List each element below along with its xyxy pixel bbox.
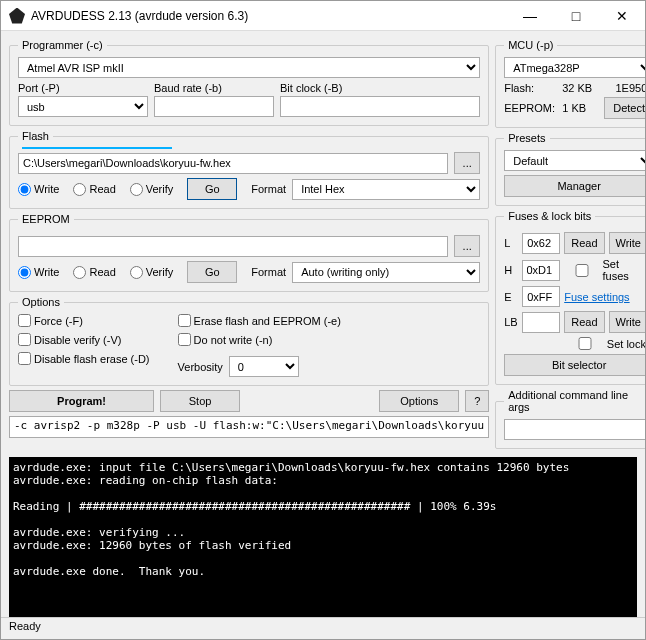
mcu-signature: 1E950F (604, 82, 646, 94)
eeprom-go-button[interactable]: Go (187, 261, 237, 283)
maximize-button[interactable]: □ (553, 1, 599, 31)
fuses-group: Fuses & lock bits L Read Write H Set fus… (495, 210, 646, 385)
bit-selector-button[interactable]: Bit selector (504, 354, 646, 376)
eeprom-verify-radio[interactable]: Verify (130, 266, 174, 279)
fuse-l-label: L (504, 237, 518, 249)
erase-checkbox[interactable]: Erase flash and EEPROM (-e) (178, 314, 341, 327)
eeprom-write-radio[interactable]: Write (18, 266, 59, 279)
addl-args-group: Additional command line args (495, 389, 646, 449)
close-button[interactable]: ✕ (599, 1, 645, 31)
set-fuses-checkbox[interactable]: Set fuses (564, 258, 647, 282)
flash-read-radio[interactable]: Read (73, 183, 115, 196)
minimize-button[interactable]: ― (507, 1, 553, 31)
flash-format-select[interactable]: Intel Hex (292, 179, 480, 200)
verbosity-label: Verbosity (178, 361, 223, 373)
status-bar: Ready (1, 617, 645, 639)
fuse-e-input[interactable] (522, 286, 560, 307)
fuse-e-label: E (504, 291, 518, 303)
fuse-lb-label: LB (504, 316, 518, 328)
program-button[interactable]: Program! (9, 390, 154, 412)
eeprom-group: EEPROM ... Write Read Verify Go Format A… (9, 213, 489, 292)
addl-args-input[interactable] (504, 419, 646, 440)
mcu-eeprom-size: 1 KB (562, 102, 600, 114)
presets-manager-button[interactable]: Manager (504, 175, 646, 197)
fuse-read-button[interactable]: Read (564, 232, 604, 254)
eeprom-format-label: Format (251, 266, 286, 278)
fuse-h-label: H (504, 264, 517, 276)
baud-label: Baud rate (-b) (154, 82, 274, 94)
fuse-h-input[interactable] (522, 260, 560, 281)
bitclock-input[interactable] (280, 96, 480, 117)
mcu-select[interactable]: ATmega328P (504, 57, 646, 78)
mcu-group: MCU (-p) ATmega328P Flash: 32 KB 1E950F … (495, 39, 646, 128)
flash-group: Flash ... Write Read Verify Go Format In… (9, 130, 489, 209)
console-output: avrdude.exe: input file C:\Users\megari\… (9, 457, 637, 617)
mcu-flash-size: 32 KB (562, 82, 600, 94)
mcu-eeprom-label: EEPROM: (504, 102, 558, 114)
disable-flash-erase-checkbox[interactable]: Disable flash erase (-D) (18, 352, 150, 365)
eeprom-path-input[interactable] (18, 236, 448, 257)
disable-verify-checkbox[interactable]: Disable verify (-V) (18, 333, 150, 346)
window-title: AVRDUDESS 2.13 (avrdude version 6.3) (31, 9, 507, 23)
eeprom-legend: EEPROM (18, 213, 74, 225)
flash-legend: Flash (18, 130, 53, 142)
force-checkbox[interactable]: Force (-F) (18, 314, 150, 327)
fuse-lb-input[interactable] (522, 312, 560, 333)
port-select[interactable]: usb (18, 96, 148, 117)
flash-verify-radio[interactable]: Verify (130, 183, 174, 196)
detect-button[interactable]: Detect (604, 97, 646, 119)
help-button[interactable]: ? (465, 390, 489, 412)
eeprom-browse-button[interactable]: ... (454, 235, 480, 257)
addl-args-legend: Additional command line args (504, 389, 646, 413)
fuse-write-button[interactable]: Write (609, 232, 647, 254)
lock-write-button[interactable]: Write (609, 311, 647, 333)
titlebar: AVRDUDESS 2.13 (avrdude version 6.3) ― □… (1, 1, 645, 31)
flash-path-input[interactable] (18, 153, 448, 174)
presets-legend: Presets (504, 132, 549, 144)
options-group: Options Force (-F) Disable verify (-V) D… (9, 296, 489, 386)
cmdline-display: -c avrisp2 -p m328p -P usb -U flash:w:"C… (9, 416, 489, 438)
verbosity-select[interactable]: 0 (229, 356, 299, 377)
flash-write-radio[interactable]: Write (18, 183, 59, 196)
options-legend: Options (18, 296, 64, 308)
eeprom-read-radio[interactable]: Read (73, 266, 115, 279)
presets-select[interactable]: Default (504, 150, 646, 171)
port-label: Port (-P) (18, 82, 148, 94)
bitclock-label: Bit clock (-B) (280, 82, 480, 94)
programmer-group: Programmer (-c) Atmel AVR ISP mkII Port … (9, 39, 489, 126)
fuse-l-input[interactable] (522, 233, 560, 254)
set-lock-checkbox[interactable]: Set lock (566, 337, 646, 350)
lock-read-button[interactable]: Read (564, 311, 604, 333)
mcu-flash-label: Flash: (504, 82, 558, 94)
programmer-legend: Programmer (-c) (18, 39, 107, 51)
app-icon (9, 8, 25, 24)
presets-group: Presets Default Manager (495, 132, 646, 206)
fuse-settings-link[interactable]: Fuse settings (564, 291, 629, 303)
fuses-legend: Fuses & lock bits (504, 210, 595, 222)
baud-input[interactable] (154, 96, 274, 117)
eeprom-format-select[interactable]: Auto (writing only) (292, 262, 480, 283)
flash-format-label: Format (251, 183, 286, 195)
options-button[interactable]: Options (379, 390, 459, 412)
flash-browse-button[interactable]: ... (454, 152, 480, 174)
stop-button[interactable]: Stop (160, 390, 240, 412)
flash-go-button[interactable]: Go (187, 178, 237, 200)
donotwrite-checkbox[interactable]: Do not write (-n) (178, 333, 341, 346)
programmer-select[interactable]: Atmel AVR ISP mkII (18, 57, 480, 78)
mcu-legend: MCU (-p) (504, 39, 557, 51)
